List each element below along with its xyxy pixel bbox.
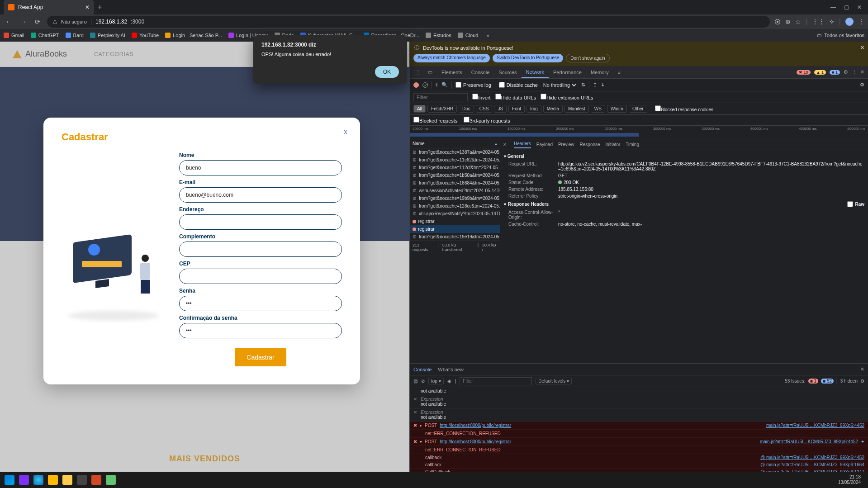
filter-type-media[interactable]: Media (543, 105, 563, 113)
network-request-row[interactable]: 🗎from?get&nocache=19b9b&tm=2024-05... (410, 194, 500, 202)
window-minimize-icon[interactable]: — (830, 4, 836, 10)
chip-switch-pt[interactable]: Switch DevTools to Portuguese (493, 54, 563, 62)
frame-source[interactable]: @ main.js?attr=fRaUU5I…KCMbRJZ3_99Xp6:44… (760, 455, 864, 460)
ai-icon[interactable]: ✦ (861, 439, 864, 444)
network-request-row[interactable]: 🗎from?get&nocache=11c62&tm=2024-05... (410, 156, 500, 164)
bookmark-item[interactable]: Login - Senac São P... (165, 33, 222, 38)
response-headers-heading[interactable]: Response Headers (508, 202, 549, 207)
network-request-row[interactable]: registrar (410, 225, 500, 233)
bookmark-item[interactable]: ChatGPT (31, 33, 59, 38)
filter-type-ws[interactable]: WS (591, 105, 605, 113)
puzzle-icon[interactable]: ✧ (829, 18, 835, 25)
live-expr-icon[interactable]: ◉ (447, 379, 451, 384)
taskbar-app-1[interactable] (19, 475, 29, 485)
tab-network[interactable]: Network (522, 66, 549, 78)
error-url[interactable]: http://localhost:8000/public/registrar (440, 423, 511, 428)
input-endereco[interactable] (179, 214, 342, 230)
device-toggle-icon[interactable]: ▭ (423, 66, 437, 78)
filter-type-fetchxhr[interactable]: Fetch/XHR (427, 105, 457, 113)
filter-type-all[interactable]: All (413, 105, 426, 113)
filter-type-css[interactable]: CSS (476, 105, 493, 113)
devtools-settings-icon[interactable]: ⚙ (844, 69, 848, 75)
wifi-icon[interactable]: ⇅ (581, 82, 585, 88)
infobar-close-icon[interactable]: ✕ (860, 45, 864, 51)
chip-dont-show[interactable]: Don't show again (566, 54, 609, 62)
network-request-row[interactable]: 🗎from?get&nocache=1387a&tm=2024-05... (410, 148, 500, 156)
network-request-row[interactable]: 🗎from?get&nocache=128cc&tm=2024-05... (410, 202, 500, 210)
network-request-row[interactable]: registrar (410, 218, 500, 225)
download-icon[interactable]: ↧ (601, 82, 605, 88)
input-senha[interactable] (179, 296, 342, 311)
input-cep[interactable] (179, 269, 342, 284)
filter-type-font[interactable]: Font (508, 105, 525, 113)
system-tray[interactable]: 21:18 13/05/2024 (838, 474, 863, 485)
filter-icon[interactable]: ⫴ (436, 82, 438, 88)
network-request-row[interactable]: 🗎from?get&nocache=1b50a&tm=2024-05... (410, 171, 500, 179)
tab-performance[interactable]: Performance (549, 66, 586, 78)
error-count[interactable]: ✖ 10 (797, 70, 811, 75)
info-count[interactable]: ■ 1 (830, 70, 840, 75)
blocked-cookies-checkbox[interactable]: Blocked response cookies (655, 105, 713, 112)
zoom-icon[interactable]: ⊕ (785, 18, 791, 25)
input-nome[interactable] (179, 160, 342, 175)
bookmarks-more-icon[interactable]: » (486, 33, 489, 38)
network-request-row[interactable]: 🗎from?get&nocache=19e19&tm=2024-05... (410, 233, 500, 241)
avatar-icon[interactable] (845, 18, 854, 26)
detail-tab-response[interactable]: Response (580, 142, 600, 147)
levels-selector[interactable]: Default levels ▾ (536, 378, 572, 384)
detail-tab-preview[interactable]: Preview (558, 142, 574, 147)
network-request-row[interactable]: 🗎from?get&nocache=112cf&tm=2024-05-... (410, 164, 500, 171)
nav-back-icon[interactable]: ← (4, 18, 14, 25)
new-tab-button[interactable]: + (98, 3, 102, 11)
inspect-icon[interactable]: ⬚ (410, 66, 423, 78)
window-maximize-icon[interactable]: ▢ (844, 4, 849, 10)
console-filter-input[interactable] (460, 377, 532, 385)
nav-reload-icon[interactable]: ⟳ (33, 18, 43, 25)
browser-menu-icon[interactable]: ⋮ (858, 18, 864, 25)
bookmark-item[interactable]: Estudos (426, 33, 451, 38)
modal-close-button[interactable]: X (344, 129, 347, 136)
taskbar-app-4[interactable] (106, 475, 116, 485)
alert-ok-button[interactable]: OK (375, 66, 399, 78)
filter-type-other[interactable]: Other (629, 105, 647, 113)
network-settings-icon[interactable]: ⚙ (860, 82, 864, 88)
disclosure-icon[interactable]: ▸ (420, 423, 422, 428)
taskbar-app-2[interactable] (48, 475, 58, 485)
taskbar-edge-icon[interactable] (33, 475, 43, 485)
detail-tab-timing[interactable]: Timing (626, 142, 639, 147)
hidden-count[interactable]: 3 hidden (840, 379, 858, 384)
error-source[interactable]: main.js?attr=fRaUU5I…KCMbRJZ3_99Xp6:4452 (760, 439, 858, 444)
upload-icon[interactable]: ↥ (593, 82, 597, 88)
tab-console[interactable]: Console (467, 66, 494, 78)
console-settings-icon[interactable]: ⚙ (860, 379, 864, 384)
bookmark-item[interactable]: Perplexity AI (90, 33, 125, 38)
nav-forward-icon[interactable]: → (18, 18, 28, 25)
frame-source[interactable]: @ main.js?attr=fRaUU5I…KCMbRJZ3_99Xp6:16… (760, 462, 864, 467)
input-complemento[interactable] (179, 242, 342, 257)
remove-expr-icon[interactable]: ✕ (413, 410, 417, 415)
frame-source[interactable]: @ main.js?attr=fRaUU5I…KCMbRJZ3_99Xp6:12… (760, 469, 864, 472)
detail-tab-headers[interactable]: Headers (514, 141, 531, 148)
tab-close-icon[interactable]: ✕ (85, 4, 90, 10)
bookmark-item[interactable]: Bard (66, 33, 84, 38)
address-bar[interactable]: ⚠ Não seguro | 192.168.1.32:3000 (47, 16, 770, 28)
sort-icon[interactable]: ▴ (495, 141, 497, 146)
filter-type-wasm[interactable]: Wasm (607, 105, 627, 113)
extensions-icon[interactable]: ⋮⋮ (812, 18, 825, 25)
input-email[interactable] (179, 187, 342, 203)
detail-close-icon[interactable]: ✕ (503, 142, 507, 147)
error-source[interactable]: main.js?attr=fRaUU5I…KCMbRJZ3_99Xp6:4452 (766, 423, 864, 428)
console-sidebar-icon[interactable]: ▤ (413, 379, 417, 384)
name-column-header[interactable]: Name (413, 141, 425, 146)
console-clear-icon[interactable]: ⊘ (421, 379, 425, 384)
drawer-tab-whatsnew[interactable]: What's new (438, 367, 464, 372)
browser-tab[interactable]: React App ✕ (4, 0, 94, 14)
context-selector[interactable]: top ▾ (428, 378, 444, 384)
blocked-requests-checkbox[interactable]: Blocked requests (413, 117, 457, 123)
tab-elements[interactable]: Elements (437, 66, 467, 78)
filter-type-doc[interactable]: Doc (459, 105, 474, 113)
network-timeline[interactable]: 50000 ms100000 ms150000 ms200000 ms25000… (410, 126, 868, 139)
drawer-close-icon[interactable]: ✕ (860, 366, 864, 372)
taskbar-powerpoint-icon[interactable] (91, 475, 101, 485)
taskbar-explorer-icon[interactable] (62, 475, 72, 485)
